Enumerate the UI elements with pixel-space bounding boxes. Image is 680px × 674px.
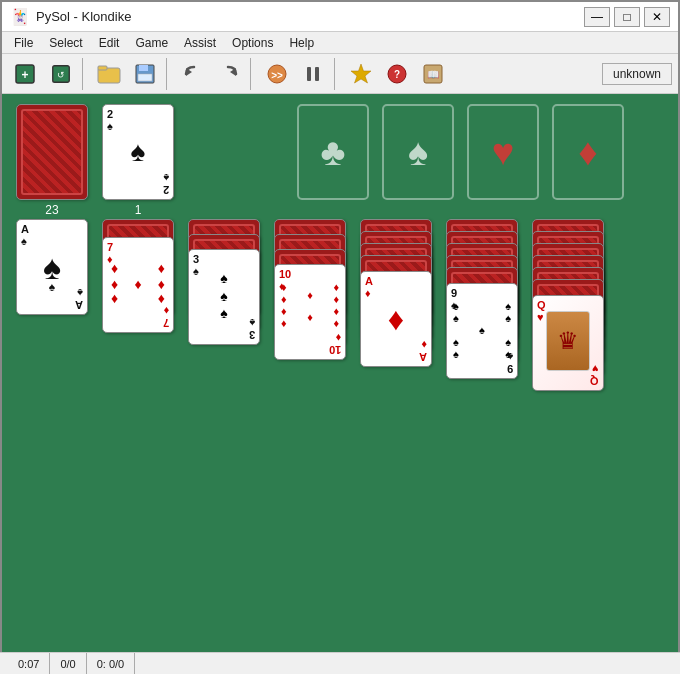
svg-marker-15: [351, 64, 371, 83]
foundation-clubs[interactable]: ♣: [297, 104, 369, 200]
title-bar-title: PySol - Klondike: [36, 9, 131, 24]
status-moves: 0: 0/0: [87, 653, 136, 674]
help-icon: 📖: [421, 62, 445, 86]
toolbar-separator-3: [250, 58, 256, 90]
clubs-icon: ♣: [321, 131, 346, 174]
tc0-pip-mid: ♠: [49, 280, 55, 294]
waste-count: 1: [102, 203, 174, 217]
tc1-pip5: ♦: [111, 290, 118, 306]
autoplay-button[interactable]: >>: [260, 58, 294, 90]
tc3-p2: ♦: [333, 281, 339, 293]
unknown-badge: unknown: [602, 63, 672, 85]
svg-rect-5: [98, 66, 107, 70]
options-button[interactable]: ?: [380, 58, 414, 90]
stats-button[interactable]: [344, 58, 378, 90]
tableau-card-2-top[interactable]: 3♠ ♠ ♠ ♠ 3♠: [188, 249, 260, 345]
tableau-card-1-top[interactable]: 7♦ ♦ ♦ ♦ ♦ ♦ ♦ ♦ 7♦: [102, 237, 174, 333]
menu-assist[interactable]: Assist: [176, 34, 224, 52]
menu-select[interactable]: Select: [41, 34, 90, 52]
save-icon: [134, 63, 156, 85]
new-game-button[interactable]: +: [8, 58, 42, 90]
undo-button[interactable]: [176, 58, 210, 90]
waste-card[interactable]: 2♠ ♠ 2♠: [102, 104, 174, 200]
tc0-rank-br: A♠: [75, 287, 83, 311]
stock-card[interactable]: [16, 104, 88, 200]
tc3-p5: ♦: [281, 305, 287, 317]
tableau-col-0[interactable]: A♠ ♠ ♠ A♠: [16, 219, 88, 315]
help-button[interactable]: 📖: [416, 58, 450, 90]
menu-edit[interactable]: Edit: [91, 34, 128, 52]
tc5-rank-br: 9♠: [507, 351, 513, 375]
tc6-rank-tl: Q♥: [537, 299, 546, 323]
tableau-card-4-top[interactable]: A♦ ♦ A♦: [360, 271, 432, 367]
svg-text:📖: 📖: [427, 68, 440, 81]
foundation-spades[interactable]: ♠: [382, 104, 454, 200]
tableau-card-5-top[interactable]: 9♠ ♠ ♠ ♠ ♠ ♠ ♠ ♠ ♠ ♠ 9♠: [446, 283, 518, 379]
toolbar-separator-1: [82, 58, 88, 90]
menu-file[interactable]: File: [6, 34, 41, 52]
toolbar-separator-4: [334, 58, 340, 90]
svg-text:?: ?: [394, 69, 400, 80]
tc1-pip6: ♦: [158, 290, 165, 306]
restart-button[interactable]: ↺: [44, 58, 78, 90]
tc3-p3: ♦: [281, 293, 287, 305]
menu-game[interactable]: Game: [127, 34, 176, 52]
minimize-button[interactable]: —: [584, 7, 610, 27]
svg-rect-8: [138, 74, 152, 81]
svg-text:>>: >>: [271, 69, 283, 80]
tableau-col-6[interactable]: Q♥ ♛ Q♥: [532, 219, 604, 315]
card-back-pattern: [21, 109, 83, 195]
tc5-p7: ♠: [505, 336, 511, 348]
pause-button[interactable]: [296, 58, 330, 90]
tc4-pip: ♦: [388, 301, 404, 338]
tc3-p4: ♦: [333, 293, 339, 305]
close-button[interactable]: ✕: [644, 7, 670, 27]
menu-help[interactable]: Help: [281, 34, 322, 52]
title-bar-left: 🃏 PySol - Klondike: [10, 7, 131, 26]
game-area[interactable]: 23 2♠ ♠ 2♠ 1 ♣ ♠ ♥ ♦ A♠ ♠ ♠ A♠: [2, 94, 678, 654]
tc2-rank-tl: 3♠: [193, 253, 199, 277]
menu-options[interactable]: Options: [224, 34, 281, 52]
tableau-col-2[interactable]: 3♠ ♠ ♠ ♠ 3♠: [188, 219, 260, 315]
tableau-col-5[interactable]: 9♠ ♠ ♠ ♠ ♠ ♠ ♠ ♠ ♠ ♠ 9♠: [446, 219, 518, 315]
tc3-p9: ♦: [307, 289, 313, 301]
redo-icon: [218, 63, 240, 85]
open-icon: [97, 63, 121, 85]
tc6-rank-br: Q♥: [590, 363, 599, 387]
tc2-pip3: ♠: [220, 305, 227, 321]
svg-text:+: +: [21, 68, 28, 82]
open-button[interactable]: [92, 58, 126, 90]
stats-icon: [349, 62, 373, 86]
stock-pile[interactable]: 23: [16, 104, 88, 217]
tableau-col-1[interactable]: 7♦ ♦ ♦ ♦ ♦ ♦ ♦ ♦ 7♦: [102, 219, 174, 315]
tc2-pip2: ♠: [220, 288, 227, 304]
tc1-pip1: ♦: [111, 260, 118, 276]
restart-icon: ↺: [50, 63, 72, 85]
maximize-button[interactable]: □: [614, 7, 640, 27]
tc5-p6: ♠: [453, 336, 459, 348]
foundation-hearts[interactable]: ♥: [467, 104, 539, 200]
tableau-card-3-top[interactable]: 10♦ ♦ ♦ ♦ ♦ ♦ ♦ ♦ ♦ ♦ ♦ 10♦: [274, 264, 346, 360]
tc1-rank-br: 7♦: [163, 305, 169, 329]
tc4-rank-tl: A♦: [365, 275, 373, 299]
toolbar-separator-2: [166, 58, 172, 90]
waste-pile[interactable]: 2♠ ♠ 2♠ 1: [102, 104, 174, 217]
foundation-diamonds[interactable]: ♦: [552, 104, 624, 200]
redo-button[interactable]: [212, 58, 246, 90]
tc5-p5: ♠: [479, 324, 485, 336]
tc3-p8: ♦: [333, 317, 339, 329]
tc3-p1: ♦: [281, 281, 287, 293]
svg-rect-13: [307, 67, 311, 81]
tableau-col-4[interactable]: A♦ ♦ A♦: [360, 219, 432, 315]
tc2-pip1: ♠: [220, 270, 227, 286]
tableau-col-3[interactable]: 10♦ ♦ ♦ ♦ ♦ ♦ ♦ ♦ ♦ ♦ ♦ 10♦: [274, 219, 346, 315]
title-bar-controls: — □ ✕: [584, 7, 670, 27]
save-button[interactable]: [128, 58, 162, 90]
undo-icon: [182, 63, 204, 85]
svg-text:↺: ↺: [57, 69, 65, 79]
tableau-card-0-0[interactable]: A♠ ♠ ♠ A♠: [16, 219, 88, 315]
tableau-card-6-top[interactable]: Q♥ ♛ Q♥: [532, 295, 604, 391]
stock-count: 23: [16, 203, 88, 217]
status-bar: 0:07 0/0 0: 0/0: [0, 652, 680, 674]
tc5-p1: ♠: [453, 300, 459, 312]
